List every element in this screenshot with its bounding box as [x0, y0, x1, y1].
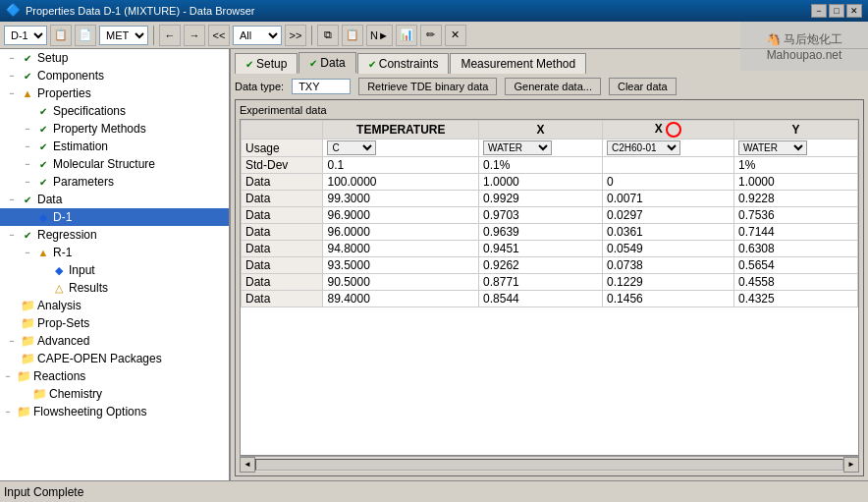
close-button[interactable]: ✕ — [846, 4, 862, 18]
tree-item-results[interactable]: △ Results — [0, 279, 229, 297]
cell-6-2: 0.8771 — [479, 274, 603, 291]
expand-results[interactable] — [35, 280, 51, 296]
check-icon-setup: ✔ — [20, 50, 35, 66]
cell-6-0: Data — [242, 274, 323, 291]
copy-button[interactable]: ⧉ — [317, 25, 339, 46]
cell-0-0: Data — [242, 174, 323, 191]
tree-item-prop-sets[interactable]: 📁 Prop-Sets — [0, 314, 229, 332]
retrieve-tde-button[interactable]: Retrieve TDE binary data — [358, 78, 497, 95]
tree-item-properties[interactable]: − ▲ Properties — [0, 84, 229, 102]
expand-reactions[interactable]: − — [0, 368, 16, 384]
cell-0-3: 0 — [603, 174, 734, 191]
cell-1-3: 0.0071 — [603, 191, 734, 207]
blue-icon-d1: ◆ — [35, 209, 51, 225]
toolbar-btn-1[interactable]: 📋 — [50, 25, 72, 46]
expand-data[interactable]: − — [4, 192, 20, 207]
expand-analysis[interactable] — [4, 298, 20, 313]
tree-item-data[interactable]: − ✔ Data — [0, 191, 229, 208]
maximize-button[interactable]: □ — [829, 4, 844, 18]
title-bar: 🔷 Properties Data D-1 (MIXTURE) - Data B… — [0, 0, 868, 22]
x1-select[interactable]: WATER — [483, 140, 552, 155]
x2-select[interactable]: C2H60-01 — [607, 140, 680, 155]
tree-item-r1[interactable]: − ▲ R-1 — [0, 244, 229, 261]
horizontal-scrollbar[interactable]: ◄ ► — [240, 456, 859, 472]
check-icon-components: ✔ — [20, 68, 35, 84]
tree-item-components[interactable]: − ✔ Components — [0, 67, 229, 84]
expand-properties[interactable]: − — [4, 85, 20, 101]
tree-item-chemistry[interactable]: 📁 Chemistry — [0, 385, 229, 403]
tree-item-molecular-structure[interactable]: − ✔ Molecular Structure — [0, 155, 229, 173]
expand-input[interactable] — [35, 262, 51, 278]
expand-prop-sets[interactable] — [4, 315, 20, 331]
tab-setup[interactable]: ✔ Setup — [235, 53, 298, 74]
cell-4-4: 0.6308 — [733, 241, 857, 257]
dropdown-met[interactable]: MET — [99, 26, 148, 45]
expand-setup[interactable]: − — [4, 50, 20, 66]
dropdown-all[interactable]: All — [233, 26, 282, 45]
cell-2-3: 0.0297 — [603, 207, 734, 224]
toolbar-btn-settings[interactable]: ✏ — [420, 25, 442, 46]
tree-item-setup[interactable]: − ✔ Setup — [0, 49, 229, 67]
tree-item-analysis[interactable]: 📁 Analysis — [0, 297, 229, 314]
expand-components[interactable]: − — [4, 68, 20, 84]
tree-scroll[interactable]: − ✔ Setup − ✔ Components − ▲ Properties — [0, 49, 229, 480]
expand-estimation[interactable]: − — [20, 139, 35, 154]
minimize-button[interactable]: − — [811, 4, 827, 18]
clear-data-button[interactable]: Clear data — [609, 78, 677, 95]
generate-data-button[interactable]: Generate data... — [505, 78, 601, 95]
tab-bar: ✔ Setup ✔ Data ✔ Constraints Measurement… — [231, 49, 868, 74]
cell-2-4: 0.7536 — [733, 207, 857, 224]
nav-back-button[interactable]: ← — [159, 25, 181, 46]
tree-item-flowsheeting[interactable]: − 📁 Flowsheeting Options — [0, 403, 229, 420]
tab-check-setup: ✔ — [245, 59, 253, 70]
tree-item-specifications[interactable]: ✔ Specifications — [0, 102, 229, 120]
header-x2-dropdown: C2H60-01 — [603, 139, 734, 157]
y-select[interactable]: WATER — [738, 140, 807, 155]
expand-chemistry[interactable] — [16, 386, 31, 402]
tab-data[interactable]: ✔ Data — [298, 52, 355, 74]
table-row: Data96.90000.97030.02970.7536 — [242, 207, 858, 224]
cell-1-4: 0.9228 — [733, 191, 857, 207]
expand-parameters[interactable]: − — [20, 174, 35, 190]
tree-item-reactions[interactable]: − 📁 Reactions — [0, 367, 229, 385]
col-header-y: Y — [733, 121, 857, 139]
expand-regression[interactable]: − — [4, 227, 20, 243]
nav-fwd-button[interactable]: → — [184, 25, 205, 46]
tree-item-regression[interactable]: − ✔ Regression — [0, 226, 229, 244]
dbl-right-button[interactable]: >> — [285, 25, 306, 46]
data-table-wrapper[interactable]: TEMPERATURE X X Y Usage C — [240, 119, 859, 456]
expand-r1[interactable]: − — [20, 245, 35, 260]
temp-unit-select[interactable]: C — [327, 140, 376, 155]
cell-5-1: 93.5000 — [323, 257, 479, 274]
expand-molecular-structure[interactable]: − — [20, 156, 35, 172]
cell-3-0: Data — [242, 224, 323, 241]
toolbar-btn-close[interactable]: ✕ — [445, 25, 466, 46]
tree-item-parameters[interactable]: − ✔ Parameters — [0, 173, 229, 191]
tree-item-cape-open[interactable]: 📁 CAPE-OPEN Packages — [0, 350, 229, 367]
tree-item-advanced[interactable]: − 📁 Advanced — [0, 332, 229, 350]
expand-d1[interactable] — [20, 209, 35, 225]
toolbar-btn-chart[interactable]: 📊 — [396, 25, 417, 46]
expand-advanced[interactable]: − — [4, 333, 20, 349]
tree-item-estimation[interactable]: − ✔ Estimation — [0, 138, 229, 155]
expand-cape-open[interactable] — [4, 351, 20, 366]
expand-property-methods[interactable]: − — [20, 121, 35, 137]
dropdown-d1[interactable]: D-1 — [4, 26, 47, 45]
tab-constraints[interactable]: ✔ Constraints — [357, 53, 450, 74]
toolbar-btn-2[interactable]: 📄 — [75, 25, 96, 46]
content-area: Data type: TXY Retrieve TDE binary data … — [231, 74, 868, 480]
cell-6-3: 0.1229 — [603, 274, 734, 291]
scroll-track-h[interactable] — [255, 459, 843, 471]
window-controls[interactable]: − □ ✕ — [811, 4, 862, 18]
np-button[interactable]: N► — [366, 25, 393, 46]
tree-item-d1[interactable]: ◆ D-1 — [0, 208, 229, 226]
tree-item-property-methods[interactable]: − ✔ Property Methods — [0, 120, 229, 138]
paste-button[interactable]: 📋 — [342, 25, 363, 46]
expand-specifications[interactable] — [20, 103, 35, 119]
tree-item-input[interactable]: ◆ Input — [0, 261, 229, 279]
expand-flowsheeting[interactable]: − — [0, 404, 16, 419]
scroll-right-btn[interactable]: ► — [843, 457, 859, 473]
dbl-left-button[interactable]: << — [208, 25, 230, 46]
scroll-left-btn[interactable]: ◄ — [240, 457, 255, 473]
tab-measurement-method[interactable]: Measurement Method — [450, 53, 586, 74]
